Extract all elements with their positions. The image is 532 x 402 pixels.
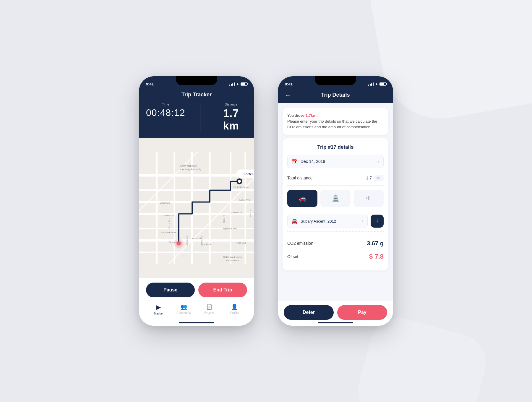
add-vehicle-button[interactable]: + <box>371 215 384 228</box>
emissions-section: CO2 emission 3.67 g Offset $ 7.8 <box>287 236 384 265</box>
date-row-left: 📅 Dec 14, 2019 <box>292 159 325 164</box>
profile-icon: 👤 <box>231 304 238 310</box>
home-indicator-2 <box>318 322 353 323</box>
svg-text:Nabu Pl: Nabu Pl <box>223 215 225 223</box>
action-buttons: Defer Pay <box>284 305 387 320</box>
status-icons-1: ▲ <box>229 82 247 86</box>
svg-text:Lortel Ave: Lortel Ave <box>160 202 170 204</box>
chevron-right-icon: › <box>378 159 379 164</box>
svg-point-35 <box>238 180 241 183</box>
svg-text:Schmidt Lu: Schmidt Lu <box>168 218 170 228</box>
wifi-icon-1: ▲ <box>236 82 239 86</box>
distance-number: 1,7 <box>366 176 372 180</box>
back-button[interactable]: ← <box>285 92 291 98</box>
svg-text:Laguardia Ave: Laguardia Ave <box>161 231 176 234</box>
info-card: You drove 1.7km.Please enter your trip d… <box>283 108 388 135</box>
trip-tracker-bottom: Pause End Trip ▶ Tracker 👥 Community <box>139 278 254 326</box>
status-time-2: 9:41 <box>285 82 293 86</box>
total-distance-label: Total distance <box>287 176 313 180</box>
svg-text:Melhorn RD: Melhorn RD <box>163 214 175 217</box>
transport-options: 🚗 🚊 ✈ <box>287 190 384 207</box>
distance-unit: km <box>374 175 384 181</box>
trip-details-bottom: Defer Pay <box>278 301 393 326</box>
calendar-icon: 📅 <box>292 159 298 164</box>
offset-row: Offset $ 7.8 <box>287 250 384 263</box>
battery-icon-1 <box>241 82 247 86</box>
transport-plane-button[interactable]: ✈ <box>353 190 384 207</box>
svg-text:Lortel Ave, 20: Lortel Ave, 20 <box>244 172 254 176</box>
svg-text:ProLED Group: ProLED Group <box>233 186 249 189</box>
pause-button[interactable]: Pause <box>146 283 195 297</box>
distance-value-group: 1,7 km <box>366 175 384 181</box>
plane-icon: ✈ <box>366 194 371 202</box>
date-value: Dec 14, 2019 <box>301 159 325 164</box>
tab-profile[interactable]: 👤 Profile <box>222 304 247 315</box>
vehicle-selector[interactable]: 🚘 Subary Ascent, 2012 › <box>287 215 368 228</box>
trip-details-content: You drove 1.7km.Please enter your trip d… <box>278 103 393 301</box>
time-label: Time <box>146 103 185 106</box>
svg-text:Muttey Ave: Muttey Ave <box>201 236 203 247</box>
date-row[interactable]: 📅 Dec 14, 2019 › <box>287 155 384 168</box>
co2-value: 3.67 g <box>367 240 384 247</box>
svg-text:Goldman & Levine: Goldman & Levine <box>223 256 243 258</box>
transport-train-button[interactable]: 🚊 <box>320 190 351 207</box>
status-time-1: 9:41 <box>146 82 154 86</box>
co2-label: CO2 emission <box>287 241 313 246</box>
projects-label: Projects <box>204 311 215 315</box>
distance-value: 1.7 km <box>215 107 247 132</box>
transport-car-button[interactable]: 🚗 <box>287 190 317 207</box>
phone-trip-details: 9:41 ▲ ← Trip Details <box>278 76 393 326</box>
trip-buttons: Pause End Trip <box>146 283 247 297</box>
train-icon: 🚊 <box>332 194 340 202</box>
status-bar-2: 9:41 ▲ <box>278 76 393 89</box>
wifi-icon-2: ▲ <box>375 82 378 86</box>
time-value: 00:48:12 <box>146 107 185 118</box>
tab-tracker[interactable]: ▶ Tracker <box>146 304 171 315</box>
trip-tracker-header: Trip Tracker Time 00:48:12 Distance 1.7 … <box>139 89 254 138</box>
svg-text:New York City: New York City <box>180 164 197 167</box>
svg-text:Nabu Pl: Nabu Pl <box>249 209 252 217</box>
end-trip-button[interactable]: End Trip <box>198 283 247 297</box>
signal-icon-1 <box>229 82 235 86</box>
vehicle-chevron-icon: › <box>362 218 363 224</box>
offset-value: $ 7.8 <box>369 253 384 260</box>
trip-details-title: Trip Details <box>321 92 350 98</box>
trip-details-card: Trip #17 details 📅 Dec 14, 2019 › Total … <box>283 138 388 270</box>
vehicle-row: 🚘 Subary Ascent, 2012 › + <box>287 211 384 232</box>
tab-community[interactable]: 👥 Community <box>171 304 197 315</box>
svg-text:Lortel Ave: Lortel Ave <box>239 199 250 201</box>
phone-trip-tracker: 9:41 ▲ Trip Tracker <box>139 76 254 326</box>
phones-container: 9:41 ▲ Trip Tracker <box>139 76 393 326</box>
map-area: New York City Housing Authority... ProLE… <box>139 138 254 278</box>
svg-point-33 <box>177 242 181 245</box>
trip-stats: Time 00:48:12 Distance 1.7 km <box>146 103 247 132</box>
co2-row: CO2 emission 3.67 g <box>287 237 384 250</box>
pay-button[interactable]: Pay <box>337 305 387 320</box>
tab-bar-1: ▶ Tracker 👥 Community 📋 Projects <box>146 301 247 321</box>
status-bar-1: 9:41 ▲ <box>139 76 254 89</box>
tracker-label: Tracker <box>154 312 164 315</box>
distance-label: Distance <box>215 103 247 106</box>
battery-icon-2 <box>379 82 386 86</box>
profile-label: Profile <box>230 311 239 315</box>
vehicle-car-icon: 🚘 <box>292 218 298 224</box>
trip-number-title: Trip #17 details <box>287 144 384 150</box>
distance-stat: Distance 1.7 km <box>215 103 247 132</box>
community-icon: 👥 <box>181 304 187 310</box>
svg-text:Housing Authority...: Housing Authority... <box>180 168 203 171</box>
car-icon: 🚗 <box>299 194 306 202</box>
tab-projects[interactable]: 📋 Projects <box>197 304 222 315</box>
distance-row: Total distance 1,7 km <box>287 172 384 186</box>
info-card-text: You drove 1.7km.Please enter your trip d… <box>287 113 384 130</box>
svg-text:Lighter Ave: Lighter Ave <box>186 236 188 246</box>
tracker-icon: ▶ <box>156 304 161 311</box>
trip-tracker-title: Trip Tracker <box>146 92 247 98</box>
vehicle-name: Subary Ascent, 2012 <box>301 219 359 223</box>
trip-details-header: ← Trip Details <box>278 89 393 103</box>
svg-text:Endodontics: Endodontics <box>226 259 239 262</box>
community-label: Community <box>176 311 192 315</box>
svg-text:Laguardia Ave: Laguardia Ave <box>222 227 237 230</box>
home-indicator-1 <box>179 322 214 323</box>
projects-icon: 📋 <box>206 304 213 310</box>
defer-button[interactable]: Defer <box>284 305 334 320</box>
